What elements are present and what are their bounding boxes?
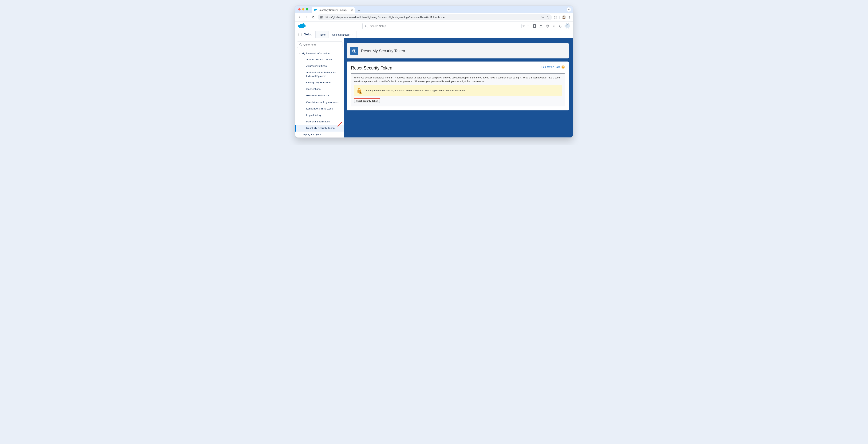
svg-point-13 — [565, 24, 569, 28]
reload-button[interactable] — [311, 15, 316, 20]
setup-tree: ⌄ My Personal Information Advanced User … — [297, 51, 342, 138]
tab-overflow-button[interactable] — [567, 7, 571, 11]
bookmark-star-icon[interactable] — [546, 16, 549, 19]
reset-block: When you access Salesforce from an IP ad… — [351, 73, 565, 107]
site-info-icon[interactable] — [319, 16, 323, 19]
new-tab-button[interactable]: ＋ — [356, 8, 362, 13]
setup-body: Quick Find ⌄ My Personal Information Adv… — [295, 38, 573, 138]
svg-rect-2 — [320, 18, 322, 18]
search-placeholder: Search Setup — [370, 25, 386, 28]
svg-point-14 — [566, 26, 567, 26]
sidebar-item-language-timezone[interactable]: Language & Time Zone — [304, 106, 342, 112]
header-utility — [521, 23, 570, 29]
svg-point-17 — [300, 33, 300, 33]
svg-point-11 — [547, 27, 548, 27]
setup-main: Reset My Security Token Reset Security T… — [344, 38, 573, 115]
tabstrip: Reset My Security Token | Sal ✕ ＋ — [295, 5, 573, 13]
tab-home[interactable]: Home — [315, 31, 329, 38]
tree-section-display-layout[interactable]: › Display & Layout — [297, 131, 342, 138]
svg-point-5 — [569, 16, 570, 17]
sidebar-item-connections[interactable]: Connections — [304, 86, 342, 92]
sidebar-item-approver-settings[interactable]: Approver Settings — [304, 63, 342, 69]
tab-title: Reset My Security Token | Sal — [318, 9, 349, 11]
svg-point-7 — [569, 18, 570, 19]
tab-home-label: Home — [319, 33, 326, 36]
description-text: When you access Salesforce from an IP ad… — [354, 76, 562, 83]
app-launcher-icon[interactable] — [297, 31, 303, 38]
svg-point-20 — [300, 34, 300, 35]
svg-point-24 — [301, 35, 301, 36]
window-close-button[interactable] — [298, 8, 301, 10]
tree-section-label: Display & Layout — [302, 133, 321, 136]
url-text: https://girish-qwteul-dev-ed.trailblaze.… — [325, 16, 538, 19]
setup-sidebar: Quick Find ⌄ My Personal Information Adv… — [295, 38, 344, 138]
svg-rect-1 — [321, 17, 322, 17]
svg-point-21 — [301, 34, 301, 35]
profile-avatar[interactable] — [562, 15, 566, 20]
help-icon[interactable] — [545, 24, 550, 28]
salesforce-favicon-icon — [314, 8, 317, 11]
quick-find-input[interactable]: Quick Find — [297, 41, 342, 48]
app-name: Setup — [303, 31, 315, 38]
chevron-down-icon — [351, 34, 353, 36]
browser-toolbar: https://girish-qwteul-dev-ed.trailblaze.… — [295, 13, 573, 22]
back-button[interactable] — [297, 15, 302, 20]
tab-object-manager[interactable]: Object Manager — [329, 31, 356, 38]
sidebar-item-reset-security-token[interactable]: Reset My Security Token — [295, 125, 344, 131]
sidebar-item-advanced-user-details[interactable]: Advanced User Details — [304, 56, 342, 63]
svg-point-26 — [353, 50, 355, 52]
warning-banner: After you reset your token, you can't us… — [354, 85, 562, 96]
svg-point-3 — [541, 17, 542, 18]
svg-point-16 — [299, 33, 299, 33]
help-link[interactable]: Help for this Page ? — [541, 65, 565, 68]
sidebar-item-auth-settings-external[interactable]: Authentication Settings for External Sys… — [304, 69, 342, 79]
reset-button-highlight: Reset Security Token — [354, 98, 380, 103]
tab-close-button[interactable]: ✕ — [350, 9, 353, 11]
svg-rect-0 — [320, 17, 321, 17]
password-key-icon[interactable] — [540, 16, 544, 19]
page-header: Reset My Security Token — [347, 43, 569, 58]
tab-object-manager-label: Object Manager — [332, 33, 350, 36]
window-maximize-button[interactable] — [306, 8, 308, 10]
setup-search-input[interactable]: Search Setup — [363, 23, 465, 29]
svg-rect-30 — [360, 93, 361, 93]
toolbar-right: | — [554, 15, 571, 20]
salesforce-header: Search Setup — [295, 22, 573, 31]
user-avatar[interactable] — [565, 23, 570, 29]
window-minimize-button[interactable] — [302, 8, 304, 10]
svg-rect-29 — [360, 92, 361, 93]
search-icon — [299, 43, 302, 46]
address-bar[interactable]: https://girish-qwteul-dev-ed.trailblaze.… — [318, 14, 552, 20]
chevron-right-icon: › — [298, 133, 300, 136]
reset-security-token-button[interactable]: Reset Security Token — [354, 99, 380, 103]
favorites-button[interactable] — [521, 24, 530, 28]
sidebar-item-external-credentials[interactable]: External Credentials — [304, 92, 342, 99]
svg-point-6 — [569, 17, 570, 18]
sidebar-item-grant-login-access[interactable]: Grant Account Login Access — [304, 99, 342, 106]
extensions-icon[interactable] — [554, 16, 557, 19]
browser-menu-icon[interactable] — [568, 16, 571, 19]
lock-warning-icon — [356, 87, 363, 94]
sidebar-item-login-history[interactable]: Login History — [304, 112, 342, 118]
app-nav: Setup Home Object Manager — [295, 31, 573, 38]
sidebar-item-change-password[interactable]: Change My Password — [304, 80, 342, 86]
tree-section-label: My Personal Information — [302, 52, 330, 55]
browser-window: Reset My Security Token | Sal ✕ ＋ https:… — [295, 5, 573, 138]
chevron-down-icon: ⌄ — [298, 52, 300, 55]
svg-point-18 — [301, 33, 301, 33]
browser-tab[interactable]: Reset My Security Token | Sal ✕ — [312, 7, 355, 13]
svg-point-23 — [300, 35, 300, 36]
sidebar-item-personal-information[interactable]: Personal Information — [304, 118, 342, 125]
forward-button[interactable] — [304, 15, 309, 20]
global-add-button[interactable] — [532, 24, 536, 28]
setup-gear-icon[interactable] — [552, 24, 556, 28]
notifications-bell-icon[interactable] — [558, 24, 562, 28]
svg-point-15 — [568, 26, 568, 26]
svg-point-22 — [299, 35, 299, 36]
gear-icon — [350, 47, 358, 55]
salesforce-logo-icon[interactable] — [298, 23, 306, 29]
tree-section-personal[interactable]: ⌄ My Personal Information — [297, 51, 342, 56]
trailhead-icon[interactable] — [539, 24, 543, 28]
content-panel: Reset Security Token Help for this Page … — [347, 61, 569, 111]
svg-point-4 — [563, 16, 565, 17]
